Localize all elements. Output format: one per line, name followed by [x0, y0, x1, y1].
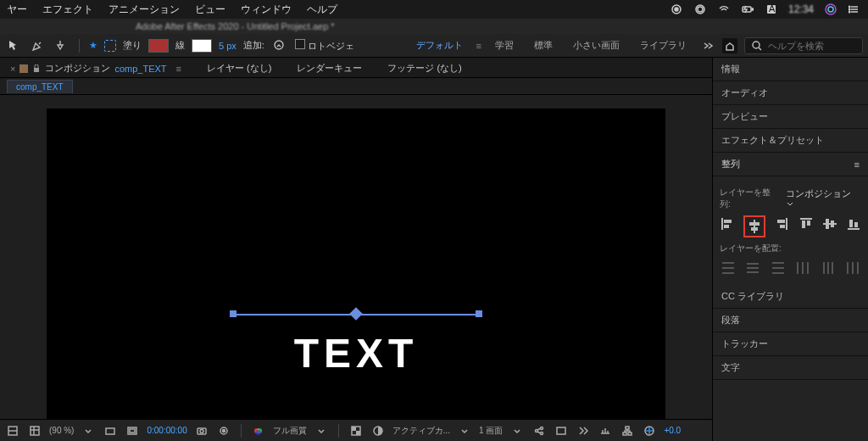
- workspace-menu-icon[interactable]: ≡: [476, 41, 481, 51]
- sync-icon[interactable]: [693, 3, 707, 16]
- chevron-down-icon[interactable]: [81, 423, 96, 438]
- svg-rect-44: [751, 227, 758, 231]
- exposure-value[interactable]: +0.0: [664, 426, 681, 435]
- close-tab-icon[interactable]: ×: [10, 64, 15, 74]
- input-icon[interactable]: A: [765, 3, 778, 16]
- help-search-input[interactable]: [768, 41, 857, 51]
- pin-icon[interactable]: [53, 37, 70, 54]
- timeline-icon[interactable]: [598, 423, 613, 438]
- current-time[interactable]: 0:00:00:00: [147, 426, 186, 435]
- svg-rect-67: [802, 262, 804, 274]
- resolution-icon[interactable]: [103, 423, 118, 438]
- tab-panel-menu-icon[interactable]: ≡: [176, 64, 181, 74]
- workspace-overflow-icon[interactable]: [700, 38, 715, 53]
- tab-composition[interactable]: × コンポジション comp_TEXT ≡: [7, 59, 185, 77]
- list-icon[interactable]: [848, 3, 861, 16]
- pentool-icon[interactable]: [29, 37, 46, 54]
- menu-effect[interactable]: エフェクト: [42, 3, 93, 17]
- panel-audio[interactable]: オーディオ: [713, 81, 868, 105]
- stroke-swatch[interactable]: [192, 39, 212, 53]
- panel-effects[interactable]: エフェクト＆プリセット: [713, 129, 868, 153]
- panel-cclib[interactable]: CC ライブラリ: [713, 285, 868, 309]
- battery-icon[interactable]: [741, 3, 754, 16]
- panel-character[interactable]: 文字: [713, 356, 868, 380]
- camera-label[interactable]: アクティブカ...: [392, 425, 450, 437]
- panel-tracker[interactable]: トラッカー: [713, 332, 868, 356]
- composition-canvas[interactable]: TEXT: [47, 109, 665, 419]
- panel-info[interactable]: 情報: [713, 58, 868, 81]
- panel-menu-icon[interactable]: ≡: [854, 159, 860, 170]
- show-snapshot-icon[interactable]: [216, 423, 231, 438]
- app-title: Adobe After Effects 2020 - Untitled Proj…: [136, 21, 335, 31]
- svg-rect-69: [823, 262, 825, 274]
- align-vcenter-icon[interactable]: [822, 215, 837, 232]
- zoom-value[interactable]: (90 %): [49, 426, 74, 435]
- help-search[interactable]: [744, 37, 863, 54]
- chevron-down-icon[interactable]: [457, 423, 472, 438]
- share-icon[interactable]: [531, 423, 547, 438]
- workspace-standard[interactable]: 標準: [527, 37, 559, 53]
- record-icon[interactable]: [670, 3, 683, 16]
- mask-mode-icon[interactable]: [104, 40, 116, 52]
- svg-point-21: [200, 429, 203, 433]
- workspace-library[interactable]: ライブラリ: [633, 37, 693, 53]
- align-hcenter-icon[interactable]: [746, 218, 763, 235]
- align-top-icon[interactable]: [798, 215, 813, 232]
- wifi-icon[interactable]: [717, 3, 731, 16]
- menu-help[interactable]: ヘルプ: [307, 3, 337, 17]
- svg-rect-55: [849, 220, 853, 227]
- menu-layer[interactable]: ヤー: [7, 3, 27, 17]
- chevron-down-icon[interactable]: [509, 423, 525, 438]
- svg-rect-71: [832, 262, 833, 274]
- tab-footage[interactable]: フッテージ (なし): [384, 59, 465, 77]
- svg-rect-40: [724, 220, 732, 223]
- selection-tool-icon[interactable]: [5, 37, 22, 54]
- flowchart-icon[interactable]: [620, 423, 635, 438]
- handle-center[interactable]: [349, 307, 363, 321]
- panel-paragraph[interactable]: 段落: [713, 309, 868, 332]
- transparency-grid-icon[interactable]: [348, 423, 364, 438]
- svg-point-8: [828, 7, 833, 12]
- pixel-aspect-icon[interactable]: [554, 423, 569, 438]
- safezone-icon[interactable]: [125, 423, 140, 438]
- tab-layer[interactable]: レイヤー (なし): [203, 59, 275, 77]
- workspace-small[interactable]: 小さい画面: [566, 37, 626, 53]
- svg-rect-43: [749, 222, 760, 226]
- resolution-label[interactable]: フル画質: [273, 425, 307, 437]
- workspace-default[interactable]: デフォルト: [409, 37, 470, 53]
- exposure-reset-icon[interactable]: [642, 423, 657, 438]
- menubar-clock[interactable]: 12:34: [788, 3, 814, 15]
- star-toggle[interactable]: ★: [89, 40, 97, 51]
- tab-renderqueue[interactable]: レンダーキュー: [293, 59, 365, 77]
- subtab-comp[interactable]: comp_TEXT: [7, 80, 73, 93]
- workspace-learn[interactable]: 学習: [488, 37, 520, 53]
- align-to-dropdown[interactable]: コンポジション: [786, 187, 861, 210]
- menu-window[interactable]: ウィンドウ: [241, 3, 292, 17]
- home-icon[interactable]: [722, 38, 737, 53]
- stroke-width[interactable]: 5 px: [219, 41, 236, 51]
- svg-rect-62: [747, 271, 759, 273]
- rotobezier-checkbox[interactable]: ロトベジェ: [295, 39, 354, 53]
- grid-toggle-icon[interactable]: [27, 423, 42, 438]
- text-layer[interactable]: TEXT: [294, 330, 419, 377]
- chevron-down-icon[interactable]: [314, 423, 329, 438]
- fast-preview-icon[interactable]: [576, 423, 591, 438]
- align-bottom-icon[interactable]: [846, 215, 861, 232]
- channel-icon[interactable]: [251, 423, 266, 438]
- panel-preview[interactable]: プレビュー: [713, 105, 868, 129]
- panel-align-header[interactable]: 整列 ≡: [713, 153, 868, 176]
- align-right-icon[interactable]: [774, 215, 789, 232]
- mask-toggle-icon[interactable]: [370, 423, 386, 438]
- views-label[interactable]: 1 画面: [479, 425, 503, 437]
- add-dropdown-icon[interactable]: [271, 37, 288, 54]
- menu-animation[interactable]: アニメーション: [108, 3, 180, 17]
- menu-view[interactable]: ビュー: [195, 3, 225, 17]
- composition-viewer[interactable]: TEXT: [0, 95, 712, 419]
- handle-right[interactable]: [476, 310, 482, 317]
- handle-left[interactable]: [230, 310, 236, 317]
- snapshot-icon[interactable]: [194, 423, 209, 438]
- fill-swatch[interactable]: [148, 39, 169, 53]
- align-left-icon[interactable]: [720, 215, 735, 232]
- siri-icon[interactable]: [824, 3, 837, 16]
- magnify-icon[interactable]: [5, 423, 20, 438]
